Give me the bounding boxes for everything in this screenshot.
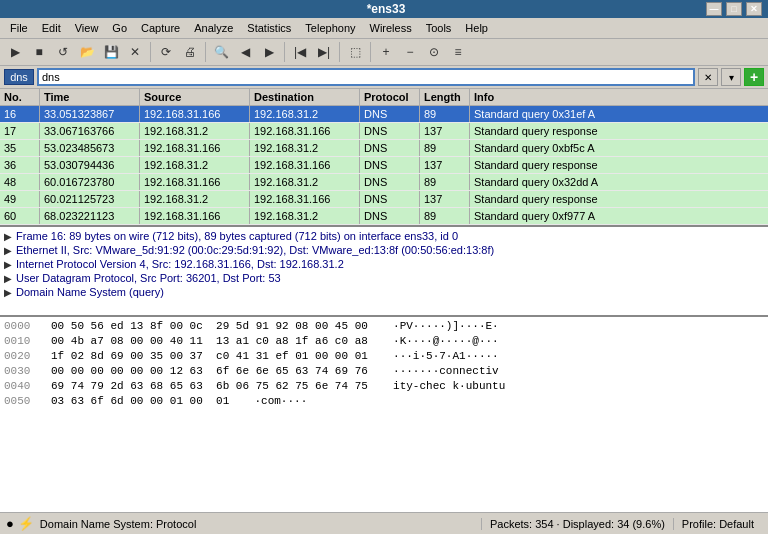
capture-status-icon: ● — [6, 516, 14, 531]
toolbar: ▶■↺📂💾✕⟳🖨🔍◀▶|◀▶|⬚+−⊙≡ — [0, 39, 768, 66]
toolbar-separator — [150, 42, 151, 62]
detail-panel: ▶Frame 16: 89 bytes on wire (712 bits), … — [0, 227, 768, 317]
table-row[interactable]: 4960.021125723192.168.31.2192.168.31.166… — [0, 191, 768, 208]
hex-row: 000000 50 56 ed 13 8f 00 0c 29 5d 91 92 … — [4, 319, 764, 334]
go-last-button[interactable]: ▶| — [313, 41, 335, 63]
menu-item-telephony[interactable]: Telephony — [299, 20, 361, 36]
table-row[interactable]: 3653.030794436192.168.31.2192.168.31.166… — [0, 157, 768, 174]
maximize-button[interactable]: □ — [726, 2, 742, 16]
menu-item-edit[interactable]: Edit — [36, 20, 67, 36]
expert-icon: ⚡ — [18, 516, 34, 531]
titlebar: *ens33 — □ ✕ — [0, 0, 768, 18]
menu-item-wireless[interactable]: Wireless — [364, 20, 418, 36]
packet-list: No. Time Source Destination Protocol Len… — [0, 89, 768, 227]
status-packets: Packets: 354 · Displayed: 34 (9.6%) — [481, 518, 673, 530]
menu-item-help[interactable]: Help — [459, 20, 494, 36]
expand-arrow-icon: ▶ — [4, 259, 12, 270]
next-button[interactable]: ▶ — [258, 41, 280, 63]
open-file-button[interactable]: 📂 — [76, 41, 98, 63]
toolbar-separator — [284, 42, 285, 62]
stop-capture-button[interactable]: ■ — [28, 41, 50, 63]
reload-button[interactable]: ⟳ — [155, 41, 177, 63]
start-capture-button[interactable]: ▶ — [4, 41, 26, 63]
print-button[interactable]: 🖨 — [179, 41, 201, 63]
find-button[interactable]: 🔍 — [210, 41, 232, 63]
col-header-no: No. — [0, 89, 40, 105]
prev-button[interactable]: ◀ — [234, 41, 256, 63]
hex-row: 00201f 02 8d 69 00 35 00 37 c0 41 31 ef … — [4, 349, 764, 364]
menu-item-capture[interactable]: Capture — [135, 20, 186, 36]
toolbar-separator — [339, 42, 340, 62]
detail-item-2[interactable]: ▶Internet Protocol Version 4, Src: 192.1… — [0, 257, 768, 271]
col-header-info: Info — [470, 89, 768, 105]
status-icons: ● ⚡ — [6, 516, 34, 531]
expand-arrow-icon: ▶ — [4, 287, 12, 298]
table-row[interactable]: 6068.023221123192.168.31.166192.168.31.2… — [0, 208, 768, 225]
expand-arrow-icon: ▶ — [4, 273, 12, 284]
window-controls: — □ ✕ — [706, 2, 762, 16]
expand-arrow-icon: ▶ — [4, 231, 12, 242]
columns-button[interactable]: ≡ — [447, 41, 469, 63]
packet-rows: 1633.051323867192.168.31.166192.168.31.2… — [0, 106, 768, 225]
table-row[interactable]: 3553.023485673192.168.31.166192.168.31.2… — [0, 140, 768, 157]
minimize-button[interactable]: — — [706, 2, 722, 16]
table-row[interactable]: 4860.016723780192.168.31.166192.168.31.2… — [0, 174, 768, 191]
hex-panel: 000000 50 56 ed 13 8f 00 0c 29 5d 91 92 … — [0, 317, 768, 512]
filter-dropdown-button[interactable]: ▾ — [721, 68, 741, 86]
menu-item-tools[interactable]: Tools — [420, 20, 458, 36]
table-row[interactable]: 1733.067163766192.168.31.2192.168.31.166… — [0, 123, 768, 140]
menu-item-go[interactable]: Go — [106, 20, 133, 36]
col-header-len: Length — [420, 89, 470, 105]
hex-row: 005003 63 6f 6d 00 00 01 00 01 ·com···· — [4, 394, 764, 409]
zoom-out-button[interactable]: − — [399, 41, 421, 63]
window-title: *ens33 — [66, 2, 706, 16]
menu-item-analyze[interactable]: Analyze — [188, 20, 239, 36]
col-header-dst: Destination — [250, 89, 360, 105]
col-header-src: Source — [140, 89, 250, 105]
status-text: Domain Name System: Protocol — [40, 518, 481, 530]
detail-item-1[interactable]: ▶Ethernet II, Src: VMware_5d:91:92 (00:0… — [0, 243, 768, 257]
detail-item-4[interactable]: ▶Domain Name System (query) — [0, 285, 768, 299]
filter-input[interactable] — [37, 68, 695, 86]
restart-button[interactable]: ↺ — [52, 41, 74, 63]
menu-item-view[interactable]: View — [69, 20, 105, 36]
hex-row: 004069 74 79 2d 63 68 65 63 6b 06 75 62 … — [4, 379, 764, 394]
colorize-button[interactable]: ⬚ — [344, 41, 366, 63]
close-button[interactable]: ✕ — [746, 2, 762, 16]
table-row[interactable]: 1633.051323867192.168.31.166192.168.31.2… — [0, 106, 768, 123]
menubar: FileEditViewGoCaptureAnalyzeStatisticsTe… — [0, 18, 768, 39]
close-file-button[interactable]: ✕ — [124, 41, 146, 63]
packet-list-header: No. Time Source Destination Protocol Len… — [0, 89, 768, 106]
save-file-button[interactable]: 💾 — [100, 41, 122, 63]
filter-label: dns — [4, 69, 34, 85]
menu-item-file[interactable]: File — [4, 20, 34, 36]
detail-item-0[interactable]: ▶Frame 16: 89 bytes on wire (712 bits), … — [0, 229, 768, 243]
menu-item-statistics[interactable]: Statistics — [241, 20, 297, 36]
detail-item-3[interactable]: ▶User Datagram Protocol, Src Port: 36201… — [0, 271, 768, 285]
zoom-in-button[interactable]: + — [375, 41, 397, 63]
toolbar-separator — [370, 42, 371, 62]
zoom-reset-button[interactable]: ⊙ — [423, 41, 445, 63]
hex-row: 003000 00 00 00 00 00 12 63 6f 6e 6e 65 … — [4, 364, 764, 379]
go-first-button[interactable]: |◀ — [289, 41, 311, 63]
filterbar: dns ✕ ▾ + — [0, 66, 768, 89]
statusbar: ● ⚡ Domain Name System: Protocol Packets… — [0, 512, 768, 534]
col-header-proto: Protocol — [360, 89, 420, 105]
status-profile: Profile: Default — [673, 518, 762, 530]
hex-row: 001000 4b a7 08 00 00 40 11 13 a1 c0 a8 … — [4, 334, 764, 349]
filter-add-button[interactable]: + — [744, 68, 764, 86]
expand-arrow-icon: ▶ — [4, 245, 12, 256]
toolbar-separator — [205, 42, 206, 62]
col-header-time: Time — [40, 89, 140, 105]
filter-clear-button[interactable]: ✕ — [698, 68, 718, 86]
